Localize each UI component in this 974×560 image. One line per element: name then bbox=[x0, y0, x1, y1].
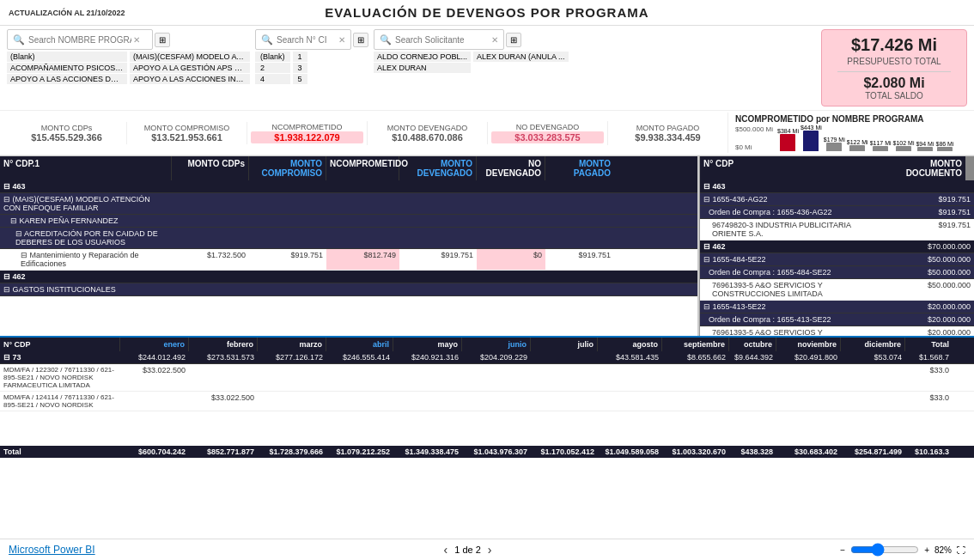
td-val: $1.732.500 bbox=[172, 249, 249, 270]
nci-search-input[interactable] bbox=[277, 35, 337, 45]
total-val: $1.043.976.307 bbox=[462, 446, 531, 458]
bth-ago: agosto bbox=[598, 338, 662, 351]
bottom-table-body[interactable]: ⊟ 73 $244.012.492 $273.531.573 $277.126.… bbox=[0, 351, 974, 446]
metric-no-devengado: NO DEVENGADO $3.033.283.575 bbox=[488, 121, 608, 145]
td-val bbox=[326, 215, 399, 227]
list-item[interactable]: ACOMPAÑAMIENTO PSICOSOC... bbox=[7, 63, 127, 73]
nci-grid-button[interactable]: ⊞ bbox=[353, 33, 368, 47]
btd-val: $20.491.800 bbox=[776, 351, 841, 363]
bar-shape bbox=[873, 146, 888, 151]
table-row: 76961393-5 A&O SERVICIOS Y CONSTRUCCIONE… bbox=[700, 279, 974, 301]
monto-cdps-label: MONTO CDPs bbox=[10, 124, 123, 132]
table-row: ⊟ 463 bbox=[0, 180, 697, 193]
bar-label: $122 Mi bbox=[847, 139, 868, 145]
prev-page-button[interactable]: ‹ bbox=[444, 543, 448, 557]
programa-col2: (MAIS)(CESFAM) MODELO ATE... APOYO A LA … bbox=[130, 52, 250, 84]
btd-val: $244.012.492 bbox=[120, 351, 189, 363]
total-label: Total bbox=[0, 446, 120, 458]
td-name: ⊟ GASTOS INSTITUCIONALES bbox=[0, 283, 172, 295]
powerbi-link[interactable]: Microsoft Power BI bbox=[9, 544, 95, 556]
list-item[interactable]: 3 bbox=[293, 63, 307, 73]
td-name: ⊟ 1655-436-AG22 bbox=[700, 193, 880, 205]
list-item[interactable]: APOYO A LAS ACCIONES INMI... bbox=[130, 74, 250, 84]
monto-cdps-value: $15.455.529.366 bbox=[10, 132, 123, 143]
solicitante-search-box[interactable]: 🔍 ✕ bbox=[374, 29, 504, 50]
metric-monto-pagado: MONTO PAGADO $9.938.334.459 bbox=[608, 122, 727, 144]
zoom-slider[interactable] bbox=[850, 543, 919, 557]
y-max-label: $500.000 Mi bbox=[735, 125, 773, 133]
th-monto-devengado: MONTO DEVENGADO bbox=[399, 156, 477, 180]
nci-search-box[interactable]: 🔍 ✕ bbox=[255, 29, 351, 50]
list-item[interactable]: 2 bbox=[255, 63, 290, 73]
btd-val bbox=[841, 392, 905, 411]
list-item[interactable]: 4 bbox=[255, 74, 290, 84]
th-cdp: N° CDP.1 bbox=[0, 156, 172, 180]
solicitante-clear-icon[interactable]: ✕ bbox=[491, 35, 498, 45]
btd-val bbox=[531, 392, 598, 411]
btd-val bbox=[326, 364, 393, 391]
right-table-body[interactable]: ⊟ 463 ⊟ 1655-436-AG22 $919.751 Orden de … bbox=[700, 180, 974, 336]
bth-dic: diciembre bbox=[841, 338, 905, 351]
btd-cdp: MDM/FA / 124114 / 76711330 / 621-895-SE2… bbox=[0, 392, 120, 411]
total-val: $30.683.402 bbox=[776, 446, 841, 458]
btd-val: $53.074 bbox=[841, 351, 905, 363]
left-table-body[interactable]: ⊟ 463 ⊟ (MAIS)(CESFAM) MODELO ATENCIÓN C… bbox=[0, 180, 697, 335]
list-item[interactable]: 5 bbox=[293, 74, 307, 84]
btd-val bbox=[729, 392, 776, 411]
btd-val: $204.209.229 bbox=[462, 351, 531, 363]
td-val bbox=[545, 215, 614, 227]
list-item[interactable]: 1 bbox=[293, 52, 307, 62]
zoom-in-button[interactable]: + bbox=[924, 545, 929, 555]
list-item[interactable]: APOYO A LA GESTIÓN APS DE... bbox=[130, 63, 250, 73]
td-val: $50.000.000 bbox=[880, 279, 974, 300]
bth-total: Total bbox=[905, 338, 953, 351]
bar-item: $384 Mi bbox=[777, 128, 799, 151]
table-row: MDM/FA / 124114 / 76711330 / 621-895-SE2… bbox=[0, 392, 974, 411]
programa-search-input[interactable] bbox=[28, 35, 131, 45]
td-name: Orden de Compra : 1655-413-SE22 bbox=[700, 313, 880, 326]
btd-val: $246.555.414 bbox=[326, 351, 393, 363]
bottom-total-row: Total $600.704.242 $852.771.877 $1.728.3… bbox=[0, 446, 974, 458]
table-row: 76961393-5 A&O SERVICIOS Y CONSTRUCCIONE… bbox=[700, 326, 974, 336]
td-cdp: ⊟ 463 bbox=[700, 180, 880, 192]
td-val: $919.751 bbox=[880, 219, 974, 240]
fullscreen-icon[interactable]: ⛶ bbox=[957, 545, 965, 555]
left-table: N° CDP.1 MONTO CDPs MONTO COMPROMISO NCO… bbox=[0, 156, 699, 336]
td-name: ⊟ Mantenimiento y Reparación de Edificac… bbox=[0, 249, 172, 270]
main-tables-area: N° CDP.1 MONTO CDPs MONTO COMPROMISO NCO… bbox=[0, 155, 974, 336]
btd-cdp: MDM/FA / 122302 / 76711330 / 621-895-SE2… bbox=[0, 364, 120, 391]
solicitante-search-input[interactable] bbox=[395, 35, 490, 45]
list-item[interactable]: APOYO A LAS ACCIONES DE S... bbox=[7, 74, 127, 84]
td-val: $919.751 bbox=[880, 193, 974, 205]
nci-clear-icon[interactable]: ✕ bbox=[338, 35, 345, 45]
zoom-level: 82% bbox=[934, 545, 952, 555]
bar-item: $443 Mi bbox=[801, 125, 822, 151]
list-item[interactable]: ALEX DURAN (ANULA ... bbox=[473, 52, 569, 62]
list-item[interactable]: (MAIS)(CESFAM) MODELO ATE... bbox=[130, 52, 250, 62]
td-val: $20.000.000 bbox=[880, 313, 974, 326]
td-val bbox=[399, 180, 477, 192]
list-item[interactable]: ALDO CORNEJO POBL... bbox=[374, 52, 471, 62]
footer: Microsoft Power BI ‹ 1 de 2 › − + 82% ⛶ bbox=[0, 539, 974, 560]
btd-val: $273.531.573 bbox=[189, 351, 258, 363]
btd-val bbox=[258, 392, 326, 411]
td-val bbox=[477, 228, 545, 248]
table-row: ⊟ (MAIS)(CESFAM) MODELO ATENCIÓN CON ENF… bbox=[0, 193, 697, 215]
list-item[interactable]: (Blank) bbox=[255, 52, 290, 62]
solicitante-grid-button[interactable]: ⊞ bbox=[506, 33, 521, 47]
no-devengado-value: $3.033.283.575 bbox=[491, 131, 604, 143]
next-page-button[interactable]: › bbox=[488, 543, 492, 557]
metric-monto-compromiso: MONTO COMPROMISO $13.521.953.661 bbox=[127, 122, 247, 144]
bth-abr: abril bbox=[326, 338, 393, 351]
monto-pagado-label: MONTO PAGADO bbox=[612, 124, 724, 132]
programa-filter-group: 🔍 ✕ ⊞ (Blank) ACOMPAÑAMIENTO PSICOSOC...… bbox=[7, 29, 250, 84]
programa-grid-button[interactable]: ⊞ bbox=[155, 33, 170, 47]
programa-clear-icon[interactable]: ✕ bbox=[133, 35, 140, 45]
list-item[interactable]: (Blank) bbox=[7, 52, 127, 62]
btd-val: $240.921.316 bbox=[393, 351, 462, 363]
zoom-out-button[interactable]: − bbox=[840, 545, 845, 555]
th-no-devengado: NO DEVENGADO bbox=[477, 156, 545, 180]
programa-search-box[interactable]: 🔍 ✕ bbox=[7, 29, 153, 50]
list-item[interactable]: ALEX DURAN bbox=[374, 63, 471, 73]
td-val bbox=[172, 215, 249, 227]
